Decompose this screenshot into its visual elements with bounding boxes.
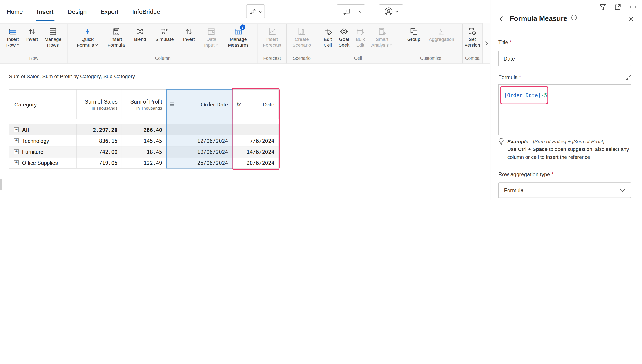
header-date[interactable]: fx Date: [233, 90, 278, 119]
cell-profit[interactable]: 145.45: [122, 136, 166, 146]
open-in-window-icon[interactable]: [614, 4, 621, 10]
aggregation-select[interactable]: Formula: [498, 182, 631, 198]
menu-tabs: Home Insert Design Export InfoBridge: [7, 0, 160, 23]
more-options-icon[interactable]: [630, 6, 636, 8]
fx-icon: fx: [237, 101, 241, 108]
tab-insert[interactable]: Insert: [37, 0, 54, 23]
tab-design[interactable]: Design: [68, 0, 87, 23]
blend-icon: [136, 26, 145, 37]
panel-title: Formula Measure: [510, 15, 567, 23]
close-icon[interactable]: [628, 16, 633, 22]
table-header-row: Category Sum of Sales in Thousands Sum o…: [9, 89, 279, 120]
example-line: Example : [Sum of Sales] + [Sum of Profi…: [507, 138, 629, 146]
invert-rows-button[interactable]: Invert: [26, 26, 38, 42]
tab-home[interactable]: Home: [7, 0, 23, 23]
set-version-icon: [468, 26, 477, 37]
quick-formula-icon: [83, 26, 92, 37]
cell-order-date[interactable]: 12/06/2024: [167, 136, 232, 146]
smart-analysis-button[interactable]: SmartAnalysis: [371, 26, 393, 48]
formula-editor[interactable]: [Order Date]-5: [498, 84, 631, 135]
user-avatar-icon: [384, 7, 393, 16]
cell-category[interactable]: + Furniture: [10, 146, 76, 157]
insert-formula-button[interactable]: InsertFormula: [107, 26, 125, 48]
ribbon-group-label: Column: [68, 56, 257, 64]
cell-category[interactable]: + Technology: [10, 136, 76, 146]
cell-date[interactable]: [233, 124, 278, 135]
expand-toggle[interactable]: +: [14, 160, 19, 165]
formula-column-reference: [Order Date]: [504, 92, 541, 98]
title-field-label: Title*: [498, 39, 512, 45]
cell-date[interactable]: 7/6/2024: [233, 136, 278, 146]
ribbon-group-compare: SetVersion Compa: [463, 24, 482, 64]
chevron-right-icon: [485, 41, 488, 46]
vertical-scrollbar-thumb[interactable]: [0, 179, 2, 190]
cell-order-date[interactable]: 19/06/2024: [167, 146, 232, 157]
formula-measure-panel: Formula Measure Title* Formula* [Order D…: [490, 0, 642, 200]
cell-sales[interactable]: 742.00: [77, 146, 122, 157]
ribbon-group-label: Scenario: [287, 56, 317, 64]
data-input-button[interactable]: DataInput: [204, 26, 219, 48]
manage-measures-button[interactable]: 3 ManageMeasures: [227, 26, 249, 48]
header-category[interactable]: Category: [10, 90, 76, 119]
insert-formula-icon: [112, 26, 121, 37]
title-input[interactable]: [498, 51, 631, 66]
ribbon-group-label: Cell: [317, 56, 399, 64]
panel-collapse-toggle[interactable]: [482, 23, 490, 64]
chevron-down-icon[interactable]: [355, 5, 365, 18]
collapse-toggle[interactable]: −: [14, 127, 19, 132]
cell-sales[interactable]: 836.15: [77, 136, 122, 146]
back-icon[interactable]: [499, 16, 503, 22]
aggregation-button[interactable]: Aggregation: [428, 26, 455, 42]
column-menu-icon[interactable]: [170, 102, 175, 106]
edit-mode-button[interactable]: [246, 4, 265, 18]
cell-date[interactable]: 14/6/2024: [233, 146, 278, 157]
group-button[interactable]: Group: [407, 26, 421, 42]
expand-toggle[interactable]: +: [14, 149, 19, 154]
cell-order-date[interactable]: [167, 124, 232, 135]
account-button[interactable]: [379, 4, 403, 18]
cell-category[interactable]: − All: [10, 124, 76, 135]
simulate-button[interactable]: Simulate: [155, 26, 174, 42]
tab-export[interactable]: Export: [101, 0, 118, 23]
header-order-date[interactable]: Order Date: [167, 90, 232, 119]
aggregation-selected-value: Formula: [504, 187, 524, 193]
cell-sales[interactable]: 719.05: [77, 158, 122, 168]
expand-toggle[interactable]: +: [14, 138, 19, 143]
header-sum-of-sales[interactable]: Sum of Sales in Thousands: [77, 90, 122, 119]
bulk-edit-button[interactable]: BulkEdit: [355, 26, 365, 48]
set-version-button[interactable]: SetVersion: [464, 26, 481, 48]
create-scenario-button[interactable]: CreateScenario: [292, 26, 311, 48]
goal-seek-button[interactable]: GoalSeek: [338, 26, 350, 48]
cell-profit[interactable]: 122.49: [122, 158, 166, 168]
blend-button[interactable]: Blend: [134, 26, 147, 42]
cell-profit[interactable]: 286.40: [122, 124, 166, 135]
ribbon-group-column: QuickFormula InsertFormula Blend Simulat…: [68, 24, 258, 64]
group-icon: [409, 26, 418, 37]
panel-header: Formula Measure: [490, 12, 642, 25]
insert-row-icon: [8, 26, 17, 37]
chevron-down-icon: [620, 188, 625, 192]
cell-date[interactable]: 20/6/2024: [233, 158, 278, 168]
filter-icon[interactable]: [599, 4, 606, 10]
menubar: Home Insert Design Export InfoBridge: [0, 0, 490, 23]
info-icon[interactable]: [571, 15, 577, 21]
edit-cell-button[interactable]: EditCell: [323, 26, 333, 48]
ribbon-group-row: InsertRow Invert ManageRows Row: [0, 24, 68, 64]
cell-sales[interactable]: 2,297.20: [77, 124, 122, 135]
cell-order-date[interactable]: 25/06/2024: [167, 158, 232, 168]
quick-formula-button[interactable]: QuickFormula: [76, 26, 99, 48]
invert-columns-button[interactable]: Invert: [183, 26, 195, 42]
insert-row-button[interactable]: InsertRow: [6, 26, 20, 48]
cell-profit[interactable]: 18.45: [122, 146, 166, 157]
tab-infobridge[interactable]: InfoBridge: [132, 0, 160, 23]
pencil-icon: [249, 8, 256, 15]
header-sum-of-profit[interactable]: Sum of Profit in Thousands: [122, 90, 166, 119]
pivot-table: Category Sum of Sales in Thousands Sum o…: [9, 89, 279, 168]
required-asterisk: *: [509, 39, 511, 45]
manage-rows-button[interactable]: ManageRows: [44, 26, 62, 48]
invert-icon: [184, 26, 193, 37]
expand-editor-icon[interactable]: [625, 74, 631, 80]
add-comment-button[interactable]: [337, 4, 365, 18]
cell-category[interactable]: + Office Supplies: [10, 158, 76, 168]
insert-forecast-button[interactable]: InsertForecast: [262, 26, 282, 48]
